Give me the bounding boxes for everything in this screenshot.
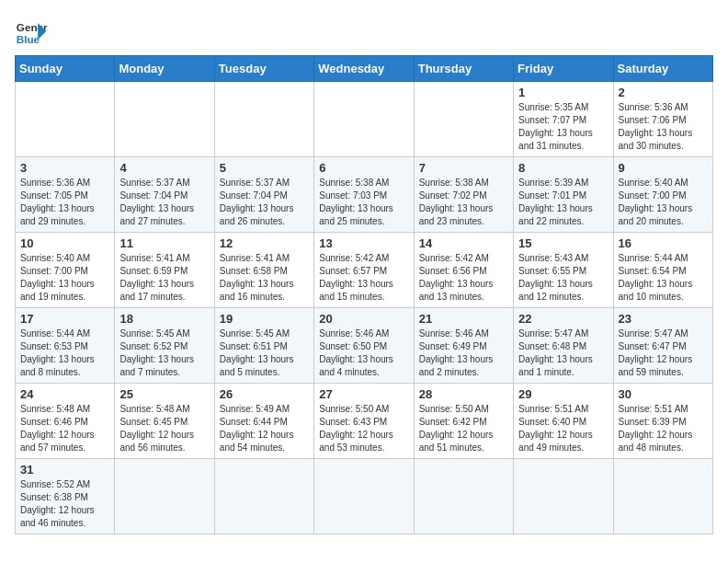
day-number: 26 [220, 387, 309, 401]
day-cell: 24Sunrise: 5:48 AM Sunset: 6:46 PM Dayli… [16, 384, 115, 459]
week-row: 17Sunrise: 5:44 AM Sunset: 6:53 PM Dayli… [16, 308, 713, 384]
day-info: Sunrise: 5:37 AM Sunset: 7:04 PM Dayligh… [119, 177, 209, 228]
day-info: Sunrise: 5:38 AM Sunset: 7:03 PM Dayligh… [319, 177, 408, 228]
week-row: 3Sunrise: 5:36 AM Sunset: 7:05 PM Daylig… [16, 157, 713, 233]
day-info: Sunrise: 5:47 AM Sunset: 6:48 PM Dayligh… [518, 327, 608, 379]
day-number: 12 [220, 236, 309, 250]
logo: General Blue [15, 15, 48, 48]
day-number: 4 [119, 161, 209, 175]
week-row: 10Sunrise: 5:40 AM Sunset: 7:00 PM Dayli… [16, 233, 713, 308]
day-cell [314, 82, 414, 157]
day-number: 14 [419, 236, 508, 250]
day-cell: 3Sunrise: 5:36 AM Sunset: 7:05 PM Daylig… [16, 157, 115, 233]
day-number: 6 [319, 161, 408, 175]
calendar-table: Sunday Monday Tuesday Wednesday Thursday… [15, 55, 713, 534]
day-number: 15 [518, 236, 608, 250]
day-info: Sunrise: 5:44 AM Sunset: 6:53 PM Dayligh… [20, 327, 109, 379]
day-cell: 11Sunrise: 5:41 AM Sunset: 6:59 PM Dayli… [115, 233, 214, 308]
day-cell [414, 459, 513, 534]
day-info: Sunrise: 5:44 AM Sunset: 6:54 PM Dayligh… [619, 252, 708, 304]
day-cell [115, 459, 214, 534]
day-cell: 13Sunrise: 5:42 AM Sunset: 6:57 PM Dayli… [314, 233, 414, 308]
day-cell: 21Sunrise: 5:46 AM Sunset: 6:49 PM Dayli… [414, 308, 513, 384]
day-number: 2 [619, 86, 708, 99]
day-info: Sunrise: 5:47 AM Sunset: 6:47 PM Dayligh… [619, 327, 708, 379]
day-number: 9 [619, 161, 708, 175]
day-info: Sunrise: 5:45 AM Sunset: 6:52 PM Dayligh… [119, 327, 209, 379]
day-number: 29 [518, 387, 608, 401]
day-info: Sunrise: 5:51 AM Sunset: 6:40 PM Dayligh… [518, 403, 608, 454]
day-info: Sunrise: 5:46 AM Sunset: 6:49 PM Dayligh… [419, 327, 508, 379]
col-tuesday: Tuesday [214, 56, 313, 82]
day-info: Sunrise: 5:36 AM Sunset: 7:06 PM Dayligh… [619, 101, 708, 153]
day-number: 22 [518, 312, 608, 326]
day-info: Sunrise: 5:35 AM Sunset: 7:07 PM Dayligh… [518, 101, 608, 153]
col-friday: Friday [514, 56, 613, 82]
day-cell: 23Sunrise: 5:47 AM Sunset: 6:47 PM Dayli… [613, 308, 712, 384]
day-cell [314, 459, 414, 534]
day-info: Sunrise: 5:36 AM Sunset: 7:05 PM Dayligh… [20, 177, 109, 228]
day-number: 24 [20, 387, 109, 401]
day-cell: 16Sunrise: 5:44 AM Sunset: 6:54 PM Dayli… [613, 233, 712, 308]
day-cell: 26Sunrise: 5:49 AM Sunset: 6:44 PM Dayli… [214, 384, 313, 459]
day-info: Sunrise: 5:38 AM Sunset: 7:02 PM Dayligh… [419, 177, 508, 228]
day-info: Sunrise: 5:40 AM Sunset: 7:00 PM Dayligh… [619, 177, 708, 228]
day-number: 18 [119, 312, 209, 326]
day-cell: 6Sunrise: 5:38 AM Sunset: 7:03 PM Daylig… [314, 157, 414, 233]
day-number: 28 [419, 387, 508, 401]
day-info: Sunrise: 5:41 AM Sunset: 6:58 PM Dayligh… [220, 252, 309, 304]
day-cell: 22Sunrise: 5:47 AM Sunset: 6:48 PM Dayli… [514, 308, 613, 384]
day-number: 3 [20, 161, 109, 175]
day-number: 31 [20, 463, 109, 477]
logo-icon: General Blue [15, 15, 48, 48]
day-info: Sunrise: 5:52 AM Sunset: 6:38 PM Dayligh… [20, 478, 109, 530]
day-cell: 18Sunrise: 5:45 AM Sunset: 6:52 PM Dayli… [115, 308, 214, 384]
day-number: 7 [419, 161, 508, 175]
calendar-body: 1Sunrise: 5:35 AM Sunset: 7:07 PM Daylig… [16, 82, 713, 534]
day-info: Sunrise: 5:43 AM Sunset: 6:55 PM Dayligh… [518, 252, 608, 304]
day-info: Sunrise: 5:42 AM Sunset: 6:57 PM Dayligh… [319, 252, 408, 304]
day-cell [115, 82, 214, 157]
day-number: 17 [20, 312, 109, 326]
week-row: 1Sunrise: 5:35 AM Sunset: 7:07 PM Daylig… [16, 82, 713, 157]
day-info: Sunrise: 5:50 AM Sunset: 6:42 PM Dayligh… [419, 403, 508, 454]
day-cell [514, 459, 613, 534]
day-number: 21 [419, 312, 508, 326]
day-number: 5 [220, 161, 309, 175]
day-cell: 7Sunrise: 5:38 AM Sunset: 7:02 PM Daylig… [414, 157, 513, 233]
day-cell: 20Sunrise: 5:46 AM Sunset: 6:50 PM Dayli… [314, 308, 414, 384]
day-cell: 8Sunrise: 5:39 AM Sunset: 7:01 PM Daylig… [514, 157, 613, 233]
day-info: Sunrise: 5:50 AM Sunset: 6:43 PM Dayligh… [319, 403, 408, 454]
day-cell: 14Sunrise: 5:42 AM Sunset: 6:56 PM Dayli… [414, 233, 513, 308]
day-cell: 1Sunrise: 5:35 AM Sunset: 7:07 PM Daylig… [514, 82, 613, 157]
day-cell: 25Sunrise: 5:48 AM Sunset: 6:45 PM Dayli… [115, 384, 214, 459]
day-number: 25 [119, 387, 209, 401]
day-number: 8 [518, 161, 608, 175]
header-row: Sunday Monday Tuesday Wednesday Thursday… [16, 56, 713, 82]
day-number: 1 [518, 86, 608, 99]
day-info: Sunrise: 5:37 AM Sunset: 7:04 PM Dayligh… [220, 177, 309, 228]
day-cell: 4Sunrise: 5:37 AM Sunset: 7:04 PM Daylig… [115, 157, 214, 233]
day-info: Sunrise: 5:39 AM Sunset: 7:01 PM Dayligh… [518, 177, 608, 228]
day-info: Sunrise: 5:42 AM Sunset: 6:56 PM Dayligh… [419, 252, 508, 304]
day-cell: 9Sunrise: 5:40 AM Sunset: 7:00 PM Daylig… [613, 157, 712, 233]
day-cell: 10Sunrise: 5:40 AM Sunset: 7:00 PM Dayli… [16, 233, 115, 308]
day-cell [214, 459, 313, 534]
day-info: Sunrise: 5:40 AM Sunset: 7:00 PM Dayligh… [20, 252, 109, 304]
day-cell: 19Sunrise: 5:45 AM Sunset: 6:51 PM Dayli… [214, 308, 313, 384]
day-cell: 2Sunrise: 5:36 AM Sunset: 7:06 PM Daylig… [613, 82, 712, 157]
col-thursday: Thursday [414, 56, 513, 82]
day-number: 20 [319, 312, 408, 326]
day-number: 16 [619, 236, 708, 250]
day-cell: 15Sunrise: 5:43 AM Sunset: 6:55 PM Dayli… [514, 233, 613, 308]
svg-text:Blue: Blue [17, 33, 40, 45]
day-number: 30 [619, 387, 708, 401]
day-cell: 27Sunrise: 5:50 AM Sunset: 6:43 PM Dayli… [314, 384, 414, 459]
col-wednesday: Wednesday [314, 56, 414, 82]
day-cell: 17Sunrise: 5:44 AM Sunset: 6:53 PM Dayli… [16, 308, 115, 384]
week-row: 24Sunrise: 5:48 AM Sunset: 6:46 PM Dayli… [16, 384, 713, 459]
col-saturday: Saturday [613, 56, 712, 82]
day-number: 23 [619, 312, 708, 326]
day-cell [613, 459, 712, 534]
day-cell [16, 82, 115, 157]
